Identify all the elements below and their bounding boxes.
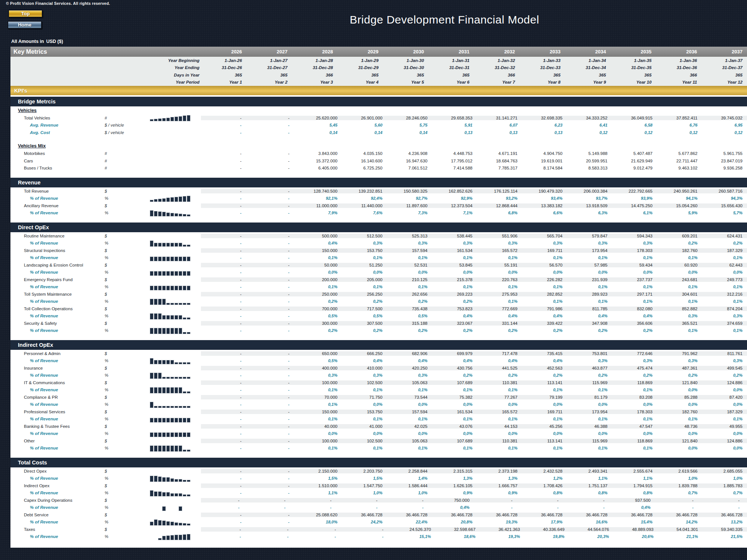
meta-value-cell[interactable]: Year 5 [383,80,428,84]
value-cell[interactable]: 85.288 [657,395,702,399]
value-cell[interactable]: - [249,424,297,429]
value-cell[interactable]: 1,0% [342,491,387,495]
row-label[interactable]: % of Revenue [10,417,100,421]
value-cell[interactable]: 49.955 [702,424,747,429]
value-cell[interactable]: 34.333.252 [567,116,612,120]
value-cell[interactable]: 0,1% [387,417,432,421]
value-cell[interactable]: 0,1% [702,255,747,260]
value-cell[interactable]: - [201,498,247,503]
value-cell[interactable]: 323.067 [432,321,477,326]
value-cell[interactable]: 25.620.000 [297,116,342,120]
value-cell[interactable]: 210.125 [387,277,432,282]
value-cell[interactable]: 0,0% [567,431,612,436]
value-cell[interactable]: 9.012.479 [612,166,657,170]
meta-value-cell[interactable]: 1-Jan-33 [520,58,565,63]
value-cell[interactable]: 1,4% [387,476,432,480]
value-cell[interactable]: - [201,123,249,127]
value-cell[interactable]: 5.149.988 [567,151,612,156]
row-label[interactable]: Indirect Opex [10,483,100,488]
value-cell[interactable]: 110.381 [477,380,522,385]
value-cell[interactable]: - [201,395,249,399]
value-cell[interactable]: 56.570 [522,263,567,267]
value-cell[interactable]: 2.619.566 [657,469,702,473]
value-cell[interactable]: 0,1% [657,328,702,333]
meta-value-cell[interactable]: 366 [292,73,338,77]
value-cell[interactable]: - [474,498,520,503]
value-cell[interactable]: 4.035.150 [342,151,387,156]
value-cell[interactable]: 22.711.447 [657,159,702,163]
value-cell[interactable]: 8.174.584 [522,166,567,170]
value-cell[interactable]: 6,6% [522,211,567,215]
value-cell[interactable]: 0,5% [342,314,387,318]
row-label[interactable]: Compliance & PR [10,395,100,399]
value-cell[interactable]: 551.906 [477,234,522,238]
value-cell[interactable]: 15.372.000 [297,159,342,163]
value-cell[interactable]: - [249,328,297,333]
value-cell[interactable]: 487.361 [657,366,702,370]
value-cell[interactable]: 41.000 [342,424,387,429]
value-cell[interactable]: 250.000 [297,292,342,296]
value-cell[interactable]: 452.563 [522,366,567,370]
value-cell[interactable]: 100.000 [297,439,342,443]
value-cell[interactable]: 0,3% [702,314,747,318]
value-cell[interactable]: 4.448.753 [432,151,477,156]
value-cell[interactable]: 15.054.260 [657,203,702,208]
value-cell[interactable]: 0,2% [522,328,567,333]
value-cell[interactable]: 36.466.728 [612,513,657,517]
value-cell[interactable]: 0,5% [297,314,342,318]
value-cell[interactable]: 153.750 [342,410,387,414]
value-cell[interactable]: 717.478 [477,351,522,356]
value-cell[interactable]: 791.962 [657,351,702,356]
value-cell[interactable]: - [249,402,297,407]
value-cell[interactable]: - [249,292,297,296]
value-cell[interactable]: 107.689 [432,439,477,443]
value-cell[interactable]: 5,45 [297,123,342,127]
value-cell[interactable]: 682.906 [387,351,432,356]
value-cell[interactable]: 52.531 [387,263,432,267]
value-cell[interactable]: 262.656 [387,292,432,296]
value-cell[interactable]: 538.445 [432,234,477,238]
value-cell[interactable]: - [249,520,297,524]
value-cell[interactable]: 400.000 [297,366,342,370]
value-cell[interactable]: 0,1% [522,446,567,450]
value-cell[interactable]: 54.041.301 [658,527,703,532]
value-cell[interactable]: - [249,307,297,311]
value-cell[interactable]: 0,0% [702,446,747,450]
value-cell[interactable]: 666.250 [342,351,387,356]
value-cell[interactable]: 0,1% [702,417,747,421]
meta-value-cell[interactable]: 1-Jan-26 [201,58,247,63]
value-cell[interactable]: 0,3% [477,241,522,245]
meta-value-cell[interactable]: Year 8 [520,80,565,84]
value-cell[interactable]: 6,07 [477,123,522,127]
row-label[interactable]: Other [10,439,100,443]
value-cell[interactable]: 791.986 [522,307,567,311]
meta-value-cell[interactable]: Year 2 [247,80,292,84]
value-cell[interactable]: 1.626.105 [432,483,477,488]
value-cell[interactable]: 0,1% [477,255,522,260]
value-cell[interactable]: 23.847.019 [702,159,747,163]
row-label[interactable]: Cars [10,159,100,163]
value-cell[interactable]: 12.868.444 [477,203,522,208]
value-cell[interactable]: 2.685.055 [702,469,747,473]
value-cell[interactable]: 874.204 [702,307,747,311]
value-cell[interactable]: 13,2% [702,520,747,524]
value-cell[interactable]: 4.904.750 [522,151,567,156]
value-cell[interactable]: 187.329 [702,248,747,253]
meta-value-cell[interactable]: 31-Dec-28 [292,65,338,70]
value-cell[interactable]: 5,7% [702,211,747,215]
value-cell[interactable]: 0,1% [657,417,702,421]
value-cell[interactable]: 15.656.430 [702,203,747,208]
value-cell[interactable]: 0,2% [567,328,612,333]
value-cell[interactable]: 282.852 [522,292,567,296]
meta-value-cell[interactable]: 365 [247,73,292,77]
value-cell[interactable]: 50.000 [297,263,342,267]
meta-value-cell[interactable]: Year 10 [610,80,656,84]
value-cell[interactable]: 356.606 [612,321,657,326]
value-cell[interactable]: - [339,505,385,510]
value-cell[interactable]: - [339,498,385,503]
value-cell[interactable]: 36.466.728 [477,513,522,517]
value-cell[interactable]: 70.000 [297,395,342,399]
value-cell[interactable]: 6,76 [657,123,702,127]
row-label[interactable]: Toll Revenue [10,189,100,193]
value-cell[interactable]: 36.466.728 [387,513,432,517]
